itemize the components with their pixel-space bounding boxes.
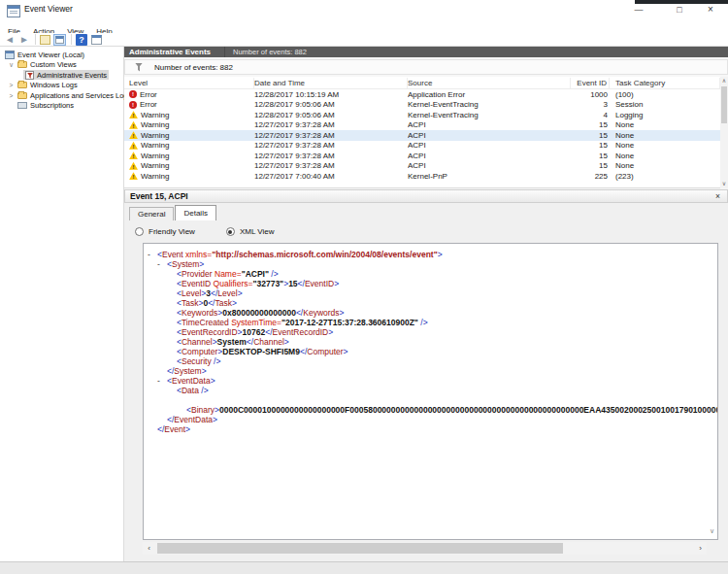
xml-line: <Provider Name="ACPI" /> — [148, 269, 717, 279]
event-row[interactable]: Warning12/27/2017 9:37:28 AMACPI15None — [124, 161, 720, 172]
collapse-marker-icon[interactable]: - — [157, 259, 167, 269]
scroll-down-icon[interactable]: ∨ — [720, 180, 728, 188]
xml-token: Task — [215, 298, 231, 308]
tree-item-event-viewer-local[interactable]: Event Viewer (Local) — [0, 50, 123, 60]
action-pane-icon[interactable] — [90, 34, 103, 46]
horizontal-scroll-thumb[interactable] — [157, 543, 563, 554]
tree-item-subscriptions[interactable]: Subscriptions — [0, 101, 123, 112]
chevron-right-icon[interactable]: > — [7, 82, 16, 88]
forward-arrow-icon[interactable]: ► — [18, 34, 30, 45]
details-close-icon[interactable]: × — [715, 191, 720, 201]
warning-icon — [129, 172, 138, 180]
export-icon[interactable] — [40, 35, 50, 45]
back-arrow-icon[interactable]: ◄ — [4, 34, 16, 45]
xml-horizontal-scrollbar[interactable]: ‹ › — [143, 542, 707, 555]
scroll-right-icon[interactable]: › — [694, 542, 707, 555]
eventid-cell: 15 — [571, 131, 610, 140]
header-separator — [224, 47, 225, 57]
xml-token: > — [438, 250, 443, 259]
toolbar: ◄►? — [0, 33, 728, 47]
xml-token: EventRecordID — [182, 327, 238, 337]
xml-line: </EventData> — [148, 415, 717, 424]
column-header-source[interactable]: Source — [408, 78, 571, 88]
event-row[interactable]: Warning12/27/2017 7:00:40 AMKernel-PnP22… — [124, 171, 720, 182]
xml-token: Computer — [182, 347, 217, 356]
view-mode-options: Friendly ViewXML View — [135, 227, 305, 236]
eventid-cell: 1000 — [571, 90, 610, 99]
view-header-bar: Administrative Events Number of events: … — [124, 47, 728, 57]
xml-line: <Task>0</Task> — [148, 298, 717, 308]
event-list-scrollbar[interactable]: ∧ ∨ — [720, 77, 728, 188]
column-header-task-category[interactable]: Task Category — [610, 78, 720, 88]
window-bottom-edge — [0, 561, 728, 574]
source-cell: ACPI — [408, 152, 571, 160]
xml-token: /> — [199, 386, 209, 395]
column-header-date-and-time[interactable]: Date and Time — [254, 78, 408, 88]
filter-summary-bar[interactable]: Number of events: 882 — [124, 59, 728, 75]
show-properties-icon[interactable] — [53, 34, 66, 46]
level-text: Warning — [141, 141, 170, 150]
chevron-down-icon[interactable]: v — [7, 61, 16, 68]
datetime-cell: 12/27/2017 9:37:28 AM — [254, 161, 408, 170]
xml-token: </ — [298, 279, 305, 288]
event-row[interactable]: Error12/28/2017 10:15:19 AMApplication E… — [124, 89, 720, 100]
scroll-thumb[interactable] — [721, 86, 727, 123]
datetime-cell: 12/27/2017 9:37:28 AM — [254, 120, 408, 129]
tree-item-custom-views[interactable]: vCustom Views — [0, 60, 123, 71]
xml-token: > — [328, 327, 333, 337]
warning-icon — [129, 152, 138, 159]
level-text: Warning — [141, 152, 170, 160]
event-row[interactable]: Warning12/28/2017 9:05:06 AMKernel-Event… — [124, 110, 720, 120]
tree-item-administrative-events[interactable]: Administrative Events — [0, 70, 123, 81]
xml-line: <Data /> — [148, 386, 717, 395]
error-icon — [129, 90, 137, 98]
category-cell: None — [610, 161, 720, 170]
tree-item-applications-and-services-logs[interactable]: >Applications and Services Logs — [0, 90, 123, 101]
radio-friendly-view[interactable] — [135, 227, 144, 236]
eventid-cell: 15 — [571, 152, 610, 160]
view-option-xml-view[interactable]: XML View — [226, 227, 275, 236]
xml-line: <TimeCreated SystemTime="2017-12-27T15:3… — [148, 318, 717, 327]
chevron-right-icon[interactable]: > — [7, 92, 16, 99]
xml-token: Keywords — [303, 308, 339, 318]
level-text: Error — [140, 100, 157, 109]
xml-view-panel[interactable]: -<Event xmlns="http://schemas.microsoft.… — [143, 243, 718, 540]
datetime-cell: 12/28/2017 10:15:19 AM — [254, 90, 408, 99]
xml-token: EventID — [305, 279, 334, 288]
radio-label: XML View — [240, 227, 275, 236]
details-tabs: GeneralDetails — [129, 205, 217, 220]
level-cell: Error — [129, 90, 254, 99]
column-header-level[interactable]: Level — [129, 78, 254, 88]
source-cell: Kernel-EventTracing — [408, 100, 571, 109]
event-row[interactable]: Error12/28/2017 9:05:06 AMKernel-EventTr… — [124, 100, 720, 111]
view-option-friendly-view[interactable]: Friendly View — [135, 227, 195, 236]
level-cell: Warning — [129, 161, 254, 170]
column-header-event-id[interactable]: Event ID — [571, 78, 610, 88]
tree-item-label: Custom Views — [30, 60, 77, 69]
event-row[interactable]: Warning12/27/2017 9:37:28 AMACPI15None — [124, 141, 720, 152]
event-row[interactable]: Warning12/27/2017 9:37:28 AMACPI15None — [124, 120, 720, 131]
tab-details[interactable]: Details — [175, 205, 215, 220]
radio-xml-view[interactable] — [226, 227, 235, 236]
datetime-cell: 12/27/2017 9:37:28 AM — [254, 152, 408, 160]
admin-view-icon — [25, 71, 34, 80]
help-icon[interactable]: ? — [76, 34, 87, 46]
scroll-left-icon[interactable]: ‹ — [143, 542, 155, 555]
collapse-marker-icon[interactable]: - — [157, 376, 167, 386]
category-cell: None — [610, 131, 720, 140]
xml-scroll-down-icon[interactable]: ∨ — [710, 527, 714, 535]
xml-line: <EventID Qualifiers="32773">15</EventID> — [148, 279, 717, 288]
event-row[interactable]: Warning12/27/2017 9:37:28 AMACPI15None — [124, 130, 720, 141]
tab-general[interactable]: General — [129, 207, 174, 220]
source-cell: ACPI — [408, 131, 571, 140]
tree-item-label: Applications and Services Logs — [30, 91, 131, 100]
tree-item-windows-logs[interactable]: >Windows Logs — [0, 81, 123, 91]
scroll-up-icon[interactable]: ∧ — [720, 77, 728, 85]
level-text: Warning — [141, 111, 170, 119]
xml-token: System — [217, 337, 247, 347]
eventid-cell: 4 — [571, 111, 610, 119]
collapse-marker-icon[interactable]: - — [148, 250, 157, 259]
event-row[interactable]: Warning12/27/2017 9:37:28 AMACPI15None — [124, 151, 720, 161]
category-cell: None — [610, 152, 720, 160]
console-icon — [5, 51, 15, 59]
